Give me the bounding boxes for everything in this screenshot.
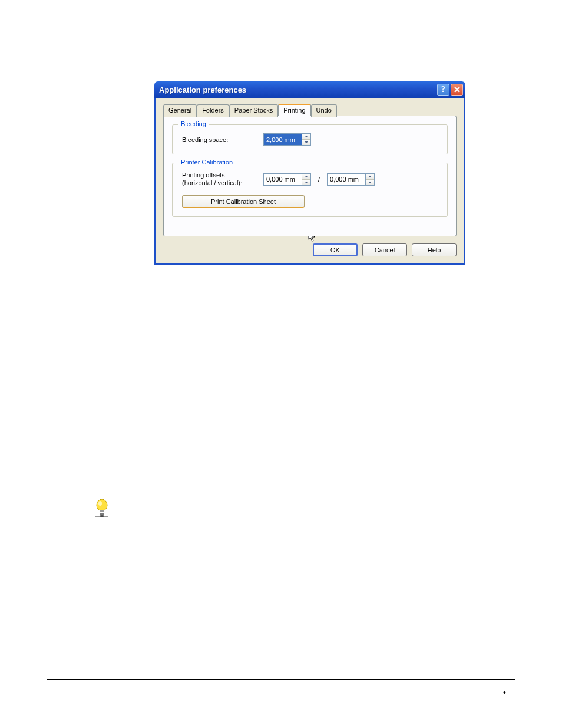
- ok-button[interactable]: OK: [313, 243, 358, 256]
- chevron-up-icon: [368, 176, 372, 177]
- offset-horizontal-input[interactable]: [263, 173, 302, 186]
- dialog-button-row: OK Cancel Help: [163, 243, 457, 256]
- bleeding-space-spinner[interactable]: [263, 133, 311, 146]
- spin-up-button[interactable]: [366, 174, 374, 180]
- context-help-button[interactable]: ?: [437, 84, 449, 96]
- tab-strip: General Folders Paper Stocks Printing Un…: [163, 104, 457, 116]
- dialog-body: General Folders Paper Stocks Printing Un…: [154, 98, 465, 265]
- spinner-buttons: [365, 173, 375, 186]
- spin-up-button[interactable]: [302, 134, 310, 140]
- page-rule: [47, 679, 515, 680]
- print-calibration-sheet-button[interactable]: Print Calibration Sheet: [182, 195, 305, 208]
- chevron-up-icon: [305, 136, 308, 137]
- svg-rect-3: [100, 513, 104, 515]
- svg-point-1: [98, 501, 102, 506]
- offsets-row: Printing offsets (horizontal / vertical)…: [182, 172, 440, 187]
- svg-point-0: [97, 499, 107, 511]
- offsets-label-line1: Printing offsets: [182, 172, 259, 179]
- calibration-legend: Printer Calibration: [178, 159, 235, 166]
- chevron-up-icon: [305, 176, 308, 177]
- close-icon: [454, 85, 460, 94]
- bleeding-legend: Bleeding: [178, 120, 209, 127]
- bleeding-space-input[interactable]: [263, 133, 302, 146]
- tab-printing[interactable]: Printing: [278, 104, 310, 116]
- spin-down-button[interactable]: [366, 180, 374, 185]
- title-bar[interactable]: Application preferences ?: [154, 81, 465, 98]
- window-title: Application preferences: [159, 85, 437, 94]
- spinner-buttons: [302, 173, 311, 186]
- tab-paper-stocks[interactable]: Paper Stocks: [229, 104, 278, 117]
- spin-up-button[interactable]: [302, 174, 310, 180]
- help-button[interactable]: Help: [412, 243, 457, 256]
- offset-vertical-input[interactable]: [327, 173, 365, 186]
- lightbulb-icon: [94, 499, 110, 519]
- offsets-label-line2: (horizontal / vertical):: [182, 179, 259, 187]
- close-button[interactable]: [451, 84, 463, 96]
- tab-undo[interactable]: Undo: [311, 104, 337, 117]
- offset-separator: /: [316, 176, 322, 183]
- offsets-label: Printing offsets (horizontal / vertical)…: [182, 172, 259, 187]
- offset-vertical-spinner[interactable]: [327, 173, 375, 186]
- page-bullet: •: [503, 688, 506, 697]
- spin-down-button[interactable]: [302, 180, 310, 185]
- cancel-button[interactable]: Cancel: [362, 243, 407, 256]
- spin-down-button[interactable]: [302, 140, 310, 145]
- offset-horizontal-spinner[interactable]: [263, 173, 311, 186]
- printer-calibration-group: Printer Calibration Printing offsets (ho…: [172, 163, 448, 217]
- chevron-down-icon: [368, 182, 372, 183]
- bleeding-row: Bleeding space:: [182, 133, 440, 146]
- bleeding-space-label: Bleeding space:: [182, 136, 259, 143]
- bleeding-group: Bleeding Bleeding space:: [172, 124, 448, 154]
- chevron-down-icon: [305, 182, 308, 183]
- help-icon: ?: [441, 85, 445, 94]
- chevron-down-icon: [305, 141, 308, 143]
- title-bar-buttons: ?: [437, 84, 463, 96]
- tab-panel-printing: Bleeding Bleeding space: Printer Calibra…: [163, 116, 457, 236]
- tab-general[interactable]: General: [163, 104, 197, 117]
- tab-folders[interactable]: Folders: [197, 104, 229, 117]
- svg-rect-2: [100, 510, 104, 512]
- spinner-buttons: [302, 133, 311, 146]
- dialog: Application preferences ? General Folder…: [154, 81, 465, 265]
